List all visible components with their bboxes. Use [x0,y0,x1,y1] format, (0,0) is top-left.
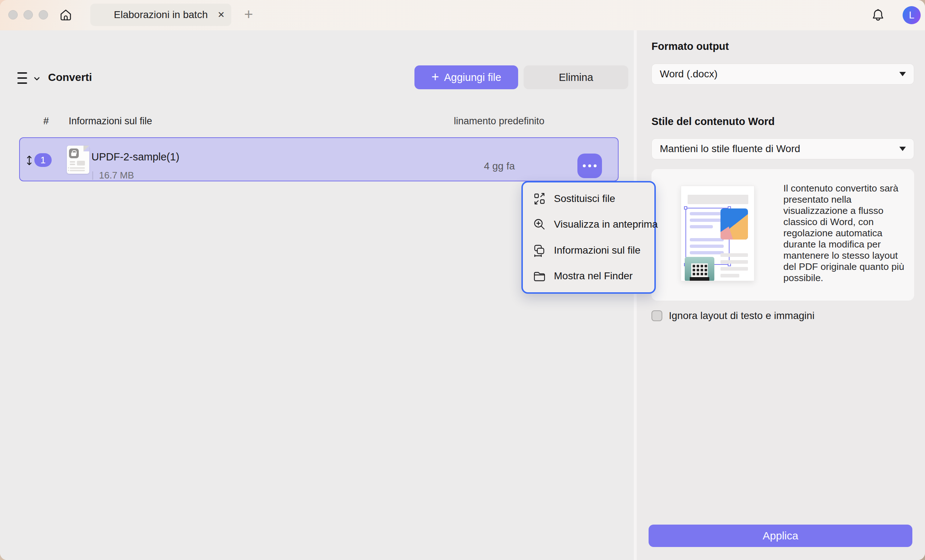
column-header-file-info: Informazioni sul file [69,116,152,127]
building-photo-placeholder [685,257,714,281]
avatar[interactable]: L [902,6,920,24]
word-layout-preview-image [681,186,755,281]
menu-item-replace-file[interactable]: Sostituisci file [523,187,654,210]
file-name: UPDF-2-sample(1) [92,151,179,163]
caret-down-icon [899,147,906,151]
photo-placeholder [720,208,748,239]
word-style-value: Mantieni lo stile fluente di Word [660,143,800,155]
app-window: Elaborazioni in batch ✕ + L [0,0,925,560]
drag-handle[interactable] [25,155,34,166]
new-tab-button[interactable]: + [241,3,256,26]
caret-down-icon [899,72,906,76]
notifications-button[interactable] [870,7,886,23]
page-title: Converti [48,71,92,83]
file-modified: 4 gg fa [463,160,535,172]
window-close-button[interactable] [8,10,18,20]
home-icon [59,8,72,22]
plus-icon: + [244,6,253,23]
file-size: 16.7 MB [99,170,134,181]
style-preview-card: Il contenuto convertito sarà presentato … [651,169,914,301]
lock-icon [69,149,79,158]
word-style-dropdown[interactable]: Mantieni lo stile fluente di Word [651,138,914,159]
checkbox[interactable] [651,310,662,321]
tab-close-icon[interactable]: ✕ [217,11,225,19]
ignore-layout-option[interactable]: Ignora layout di testo e immagini [651,310,814,322]
menu-button[interactable] [17,72,32,84]
home-button[interactable] [58,7,74,23]
updown-arrow-icon [25,155,34,166]
pdf-file-icon [67,146,89,174]
more-options-button[interactable] [577,154,602,178]
replace-file-icon [533,192,546,205]
add-file-button[interactable]: + Aggiungi file [414,65,518,89]
titlebar: Elaborazioni in batch ✕ + L [0,0,925,30]
bell-icon [871,8,885,22]
word-style-label: Stile del contenuto Word [651,116,775,128]
sort-order-label[interactable]: linamento predefinito [454,116,544,127]
avatar-letter: L [909,10,914,21]
menu-item-file-info[interactable]: Informazioni sul file [523,239,654,262]
settings-panel: Formato output Word (.docx) Stile del co… [637,30,925,560]
chevron-down-icon[interactable] [33,74,41,83]
format-dropdown[interactable]: Word (.docx) [651,63,914,84]
tab-title: Elaborazioni in batch [114,9,208,21]
apply-button[interactable]: Applica [649,525,912,547]
window-minimize-button[interactable] [24,10,33,20]
format-output-label: Formato output [651,41,729,53]
main-area: Converti + Aggiungi file Elimina # Infor… [0,30,634,560]
checkbox-label: Ignora layout di testo e immagini [669,310,814,322]
menu-item-preview[interactable]: Visualizza in anteprima [523,213,654,236]
column-header-index: # [44,116,49,127]
context-menu: Sostituisci file Visualizza in anteprima [521,181,656,294]
file-info-icon [533,244,546,257]
conversion-description: Il contenuto convertito sarà presentato … [783,183,909,284]
file-row[interactable]: 1 UPDF-2-sample(1) 16.7 MB 4 gg fa [19,137,619,181]
preview-icon [533,218,546,231]
tab-batch-processing[interactable]: Elaborazioni in batch ✕ [90,4,231,26]
menu-item-show-in-finder[interactable]: Mostra nel Finder [523,265,654,288]
panel-divider [634,30,637,560]
window-zoom-button[interactable] [39,10,48,20]
format-value: Word (.docx) [660,68,718,80]
row-index-badge: 1 [34,153,52,167]
divider [92,171,93,180]
delete-button[interactable]: Elimina [524,65,628,89]
show-in-finder-icon [533,269,546,283]
